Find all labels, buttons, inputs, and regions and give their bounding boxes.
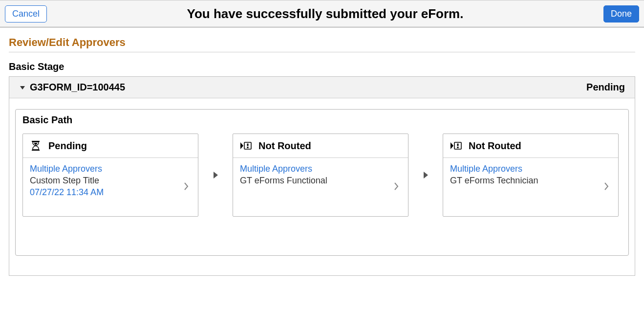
path-container: Basic Path <box>9 98 635 275</box>
stage-status: Pending <box>586 82 625 93</box>
collapse-triangle-icon[interactable] <box>19 84 26 91</box>
step-subtitle: GT eForms Technician <box>450 175 601 186</box>
step-connector-icon <box>408 134 443 217</box>
approvers-link[interactable]: Multiple Approvers <box>30 163 181 175</box>
step-status-label: Pending <box>48 140 87 152</box>
svg-rect-6 <box>247 144 249 146</box>
svg-marker-9 <box>451 142 453 149</box>
approval-step-card[interactable]: Pending Multiple Approvers Custom Step T… <box>22 134 198 217</box>
section-title: Review/Edit Approvers <box>9 36 635 52</box>
approval-step-card[interactable]: Not Routed Multiple Approvers GT eForms … <box>443 134 619 217</box>
svg-marker-4 <box>240 142 243 149</box>
svg-marker-0 <box>20 86 25 89</box>
header-bar: Cancel You have successfully submitted y… <box>0 0 644 27</box>
done-button[interactable]: Done <box>603 5 639 22</box>
not-routed-icon <box>450 140 462 152</box>
stage-box: G3FORM_ID=100445 Pending Basic Path <box>9 76 635 276</box>
svg-rect-11 <box>457 144 459 146</box>
stage-id-label: G3FORM_ID=100445 <box>30 82 125 93</box>
chevron-right-icon <box>181 181 191 191</box>
path-box: Basic Path <box>15 109 629 256</box>
stage-title: Basic Stage <box>9 61 635 72</box>
svg-marker-3 <box>214 172 218 179</box>
step-connector-icon <box>198 134 233 217</box>
chevron-right-icon <box>391 181 401 191</box>
stage-header[interactable]: G3FORM_ID=100445 Pending <box>9 77 635 98</box>
content-area: Review/Edit Approvers Basic Stage G3FORM… <box>0 27 644 285</box>
svg-rect-12 <box>457 147 459 148</box>
chevron-right-icon <box>601 181 611 191</box>
step-status-label: Not Routed <box>258 140 311 152</box>
approvers-link[interactable]: Multiple Approvers <box>240 163 391 175</box>
step-timestamp: 07/27/22 11:34 AM <box>30 186 181 198</box>
steps-row: Pending Multiple Approvers Custom Step T… <box>22 134 622 217</box>
not-routed-icon <box>240 140 252 152</box>
step-status-label: Not Routed <box>469 140 521 152</box>
page-title: You have successfully submitted your eFo… <box>47 6 603 22</box>
svg-rect-7 <box>247 147 249 148</box>
svg-marker-8 <box>424 172 428 179</box>
path-title: Basic Path <box>22 114 622 126</box>
hourglass-icon <box>30 140 42 152</box>
step-subtitle: GT eForms Functional <box>240 175 391 186</box>
cancel-button[interactable]: Cancel <box>5 5 47 22</box>
approval-step-card[interactable]: Not Routed Multiple Approvers GT eForms … <box>233 134 408 217</box>
step-subtitle: Custom Step Title <box>30 175 181 186</box>
approvers-link[interactable]: Multiple Approvers <box>450 163 601 175</box>
